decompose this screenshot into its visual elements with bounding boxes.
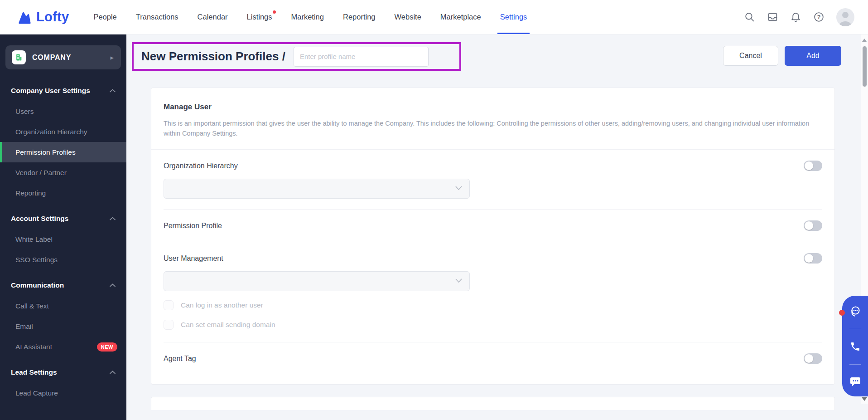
sidebar-item-label: Organization Hierarchy [15, 128, 87, 136]
nav-people[interactable]: People [93, 0, 116, 34]
sidebar-item-sso-settings[interactable]: SSO Settings [0, 249, 126, 270]
inbox-icon[interactable] [767, 11, 778, 23]
lofty-logo-icon [17, 10, 32, 25]
nav-settings[interactable]: Settings [500, 0, 527, 34]
toggle-knob [805, 354, 813, 363]
sidebar-item-label: Permission Profiles [15, 148, 76, 156]
nav-marketplace[interactable]: Marketplace [440, 0, 481, 34]
top-navigation-bar: Lofty People Transactions Calendar Listi… [0, 0, 868, 34]
checkbox-label: Can set email sending domain [181, 321, 275, 329]
sidebar-item-white-label[interactable]: White Label [0, 229, 126, 249]
dock-divider [849, 364, 861, 365]
permission-row-user-management: User Management Can log in as another us… [151, 242, 834, 342]
sidebar-item-ai-assistant[interactable]: AI Assistant NEW [0, 337, 126, 357]
nav-calendar[interactable]: Calendar [198, 0, 228, 34]
nav-listings[interactable]: Listings [247, 0, 272, 34]
sidebar-item-organization-hierarchy[interactable]: Organization Hierarchy [0, 122, 126, 142]
notification-dot [273, 10, 276, 14]
user-management-select[interactable] [164, 271, 470, 291]
avatar[interactable] [836, 8, 854, 26]
nav-reporting[interactable]: Reporting [343, 0, 376, 34]
settings-sidebar: COMPANY ▸ Company User Settings Users Or… [0, 34, 126, 420]
title-highlight-box: New Permission Profiles / [132, 42, 461, 71]
help-icon[interactable]: ? [813, 11, 825, 23]
scroll-up-arrow[interactable] [862, 39, 867, 42]
nav-website[interactable]: Website [395, 0, 421, 34]
permission-label: Permission Profile [164, 222, 222, 230]
section-account-settings[interactable]: Account Settings [11, 215, 116, 223]
sidebar-item-label: Reporting [15, 189, 46, 197]
toggle-knob [805, 254, 813, 263]
scrollbar-thumb[interactable] [863, 46, 867, 87]
sidebar-item-lead-capture[interactable]: Lead Capture [0, 383, 126, 403]
sidebar-item-label: AI Assistant [15, 343, 52, 351]
sidebar-item-label: White Label [15, 235, 53, 244]
sidebar-item-call-text[interactable]: Call & Text [0, 296, 126, 316]
chevron-up-icon [110, 283, 116, 287]
profile-name-input[interactable] [294, 47, 429, 67]
support-headset-icon[interactable] [849, 305, 862, 317]
scroll-down-arrow[interactable] [862, 397, 867, 401]
nav-calendar-label: Calendar [198, 13, 228, 21]
main-content: New Permission Profiles / Cancel Add Man… [126, 34, 868, 420]
sidebar-item-label: Users [15, 107, 34, 116]
section-title: Company User Settings [11, 87, 90, 95]
nav-marketplace-label: Marketplace [440, 13, 481, 21]
phone-icon[interactable] [849, 340, 862, 353]
nav-marketing[interactable]: Marketing [291, 0, 324, 34]
sidebar-item-users[interactable]: Users [0, 101, 126, 122]
agent-tag-toggle[interactable] [804, 353, 822, 364]
sidebar-item-label: Lead Capture [15, 389, 58, 397]
toggle-knob [805, 161, 813, 170]
bell-icon[interactable] [790, 11, 801, 23]
nav-reporting-label: Reporting [343, 13, 376, 21]
nav-transactions[interactable]: Transactions [136, 0, 178, 34]
add-button[interactable]: Add [785, 46, 841, 66]
main-navigation: People Transactions Calendar Listings Ma… [93, 0, 527, 34]
manage-user-title: Manage User [164, 103, 822, 112]
cancel-button[interactable]: Cancel [723, 46, 778, 66]
sidebar-item-label: Call & Text [15, 302, 49, 310]
permission-row-organization-hierarchy: Organization Hierarchy [151, 150, 834, 210]
permission-label: Agent Tag [164, 355, 196, 363]
chevron-down-icon [455, 186, 462, 190]
sidebar-item-label: Vendor / Partner [15, 169, 67, 177]
chevron-up-icon [110, 371, 116, 374]
sidebar-item-permission-profiles[interactable]: Permission Profiles [0, 142, 126, 162]
sidebar-item-reporting[interactable]: Reporting [0, 183, 126, 203]
toggle-knob [805, 221, 813, 230]
section-communication[interactable]: Communication [11, 281, 116, 289]
organization-hierarchy-select[interactable] [164, 179, 470, 199]
sidebar-item-email[interactable]: Email [0, 316, 126, 337]
company-selector-button[interactable]: COMPANY ▸ [5, 45, 121, 69]
permission-label: User Management [164, 254, 223, 263]
sidebar-item-vendor-partner[interactable]: Vendor / Partner [0, 162, 126, 183]
search-icon[interactable] [744, 11, 755, 23]
permission-profile-toggle[interactable] [804, 220, 822, 231]
sidebar-item-label: Email [15, 322, 33, 331]
section-company-user-settings[interactable]: Company User Settings [11, 87, 116, 95]
new-badge: NEW [97, 342, 117, 352]
lofty-logo[interactable]: Lofty [17, 10, 69, 25]
organization-hierarchy-toggle[interactable] [804, 161, 822, 171]
permission-label: Organization Hierarchy [164, 162, 238, 170]
chevron-right-icon: ▸ [110, 54, 114, 62]
section-lead-settings[interactable]: Lead Settings [11, 368, 116, 376]
chat-notification-dot [839, 310, 845, 316]
manage-user-description: This is an important permission that giv… [164, 118, 822, 138]
user-management-toggle[interactable] [804, 253, 822, 264]
chat-bubble-icon[interactable] [849, 376, 862, 388]
section-title: Communication [11, 281, 64, 289]
checkbox-log-in-as-another-user[interactable]: Can log in as another user [164, 300, 263, 310]
checkbox-label: Can log in as another user [181, 301, 263, 309]
topbar-actions: ? [744, 8, 854, 26]
dock-divider [849, 329, 861, 329]
chat-dock [842, 296, 868, 396]
permission-row-permission-profile: Permission Profile [151, 210, 834, 242]
nav-people-label: People [93, 13, 116, 21]
sidebar-item-label: SSO Settings [15, 256, 58, 264]
checkbox-set-email-sending-domain[interactable]: Can set email sending domain [164, 320, 275, 330]
chevron-down-icon [455, 278, 462, 283]
nav-marketing-label: Marketing [291, 13, 324, 21]
permission-row-agent-tag: Agent Tag [151, 342, 834, 364]
